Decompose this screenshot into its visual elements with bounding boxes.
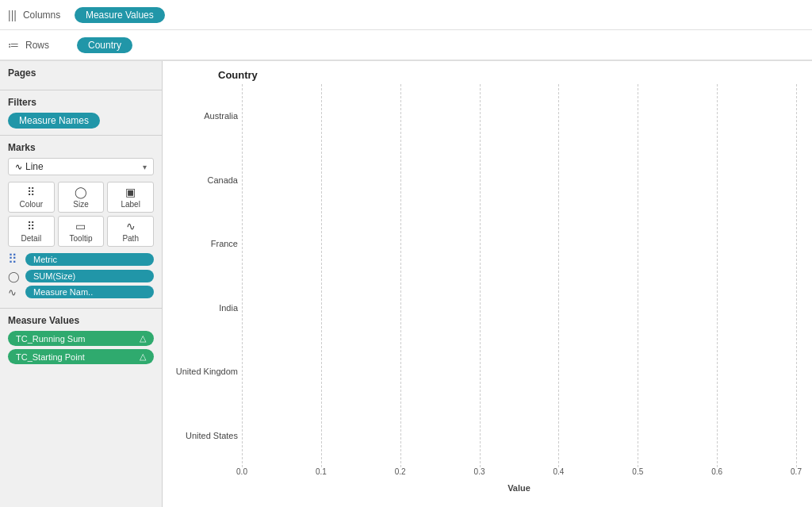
label-icon: ▣ [125,186,136,198]
line-icon: ∿ [15,162,22,172]
columns-label: Columns [23,10,67,21]
x-tick: 0.3 [474,467,485,476]
grid-line [796,84,797,467]
rows-pill[interactable]: Country [77,37,132,53]
bars-container: AustraliaCanadaFranceIndiaUnited Kingdom… [242,84,796,467]
marks-section: Marks ∿ Line ▾ ⠿ Colour ◯ Size ▣ Label [0,136,162,309]
bar-row: France [242,220,796,267]
tc-starting-point-pill[interactable]: TC_Starting Point △ [8,349,154,364]
mark-type-label: Line [25,161,143,172]
sidebar: Pages Filters Measure Names Marks ∿ Line… [0,61,163,507]
path-icon: ∿ [126,220,136,232]
rows-label: Rows [25,40,69,51]
x-tick: 0.0 [236,467,247,476]
label-label: Label [121,200,140,209]
marks-grid: ⠿ Colour ◯ Size ▣ Label ⠿ Detail ▭ Too [8,182,154,247]
marks-title: Marks [8,142,154,153]
tc-running-sum-delta: △ [140,333,146,344]
bar-label: Australia [170,111,238,121]
x-tick: 0.5 [632,467,643,476]
filters-section: Filters Measure Names [0,90,162,136]
pages-title: Pages [8,67,154,79]
x-ticks-row: 0.00.10.20.30.40.50.60.7 [242,467,796,480]
colour-icon: ⠿ [27,186,35,198]
detail-icon: ⠿ [27,220,35,232]
sum-size-property: ◯ SUM(Size) [8,270,154,282]
bar-label: India [170,303,238,313]
size-button[interactable]: ◯ Size [58,182,105,213]
size-icon: ◯ [75,186,87,198]
columns-shelf: ||| Columns Measure Values [0,0,812,30]
bar-label: France [170,239,238,248]
filters-pill[interactable]: Measure Names [8,113,100,129]
pages-section: Pages [0,61,162,90]
chart-title: Country [218,69,812,81]
sum-size-icon: ◯ [8,271,22,282]
chart-area: Country AustraliaCanadaFranceIndiaUnited… [163,61,812,507]
size-label: Size [73,200,88,209]
x-axis: 0.00.10.20.30.40.50.60.7Value [242,467,796,499]
top-bar: ||| Columns Measure Values ≔ Rows Countr… [0,0,812,61]
label-button[interactable]: ▣ Label [107,182,154,213]
x-tick: 0.6 [711,467,722,476]
path-button[interactable]: ∿ Path [107,216,154,247]
metric-icon: ⠿ [8,252,22,267]
tc-running-sum-pill[interactable]: TC_Running Sum △ [8,331,154,346]
bar-label: United States [170,431,238,440]
x-tick: 0.4 [553,467,564,476]
sum-size-pill[interactable]: SUM(Size) [25,270,154,282]
bar-row: United States [242,412,796,459]
chart-body: AustraliaCanadaFranceIndiaUnited Kingdom… [170,84,812,499]
tc-starting-point-delta: △ [140,351,146,362]
colour-label: Colour [20,200,43,209]
bar-row: Canada [242,156,796,204]
columns-pill[interactable]: Measure Values [75,7,165,23]
metric-property: ⠿ Metric [8,252,154,267]
main-layout: Pages Filters Measure Names Marks ∿ Line… [0,61,812,507]
measure-names-pill[interactable]: Measure Nam.. [25,286,154,298]
rows-icon: ≔ [8,39,19,52]
bar-label: Canada [170,175,238,185]
rows-shelf: ≔ Rows Country [0,30,812,60]
measure-names-property: ∿ Measure Nam.. [8,286,154,298]
detail-label: Detail [21,234,42,243]
measure-values-section: Measure Values TC_Running Sum △ TC_Start… [0,309,162,374]
filters-title: Filters [8,97,154,108]
bar-row: Australia [242,92,796,140]
bar-label: United Kingdom [170,367,238,376]
detail-button[interactable]: ⠿ Detail [8,216,55,247]
mark-type-dropdown[interactable]: ∿ Line ▾ [8,158,154,175]
tc-running-sum-label: TC_Running Sum [16,334,85,344]
metric-pill[interactable]: Metric [25,253,154,266]
tooltip-label: Tooltip [70,234,93,243]
path-label: Path [122,234,139,243]
tooltip-button[interactable]: ▭ Tooltip [58,216,105,247]
chart-inner: AustraliaCanadaFranceIndiaUnited Kingdom… [242,84,796,499]
x-tick: 0.1 [316,467,327,476]
x-tick: 0.2 [395,467,406,476]
tc-starting-point-label: TC_Starting Point [16,352,85,362]
measure-names-icon: ∿ [8,286,22,298]
measure-values-title: Measure Values [8,315,154,326]
bar-row: India [242,284,796,332]
x-tick: 0.7 [791,467,802,476]
dropdown-arrow-icon: ▾ [143,163,147,171]
colour-button[interactable]: ⠿ Colour [8,182,55,213]
bar-row: United Kingdom [242,348,796,395]
columns-icon: ||| [8,9,17,21]
x-axis-label: Value [242,483,796,493]
tooltip-icon: ▭ [75,220,86,232]
